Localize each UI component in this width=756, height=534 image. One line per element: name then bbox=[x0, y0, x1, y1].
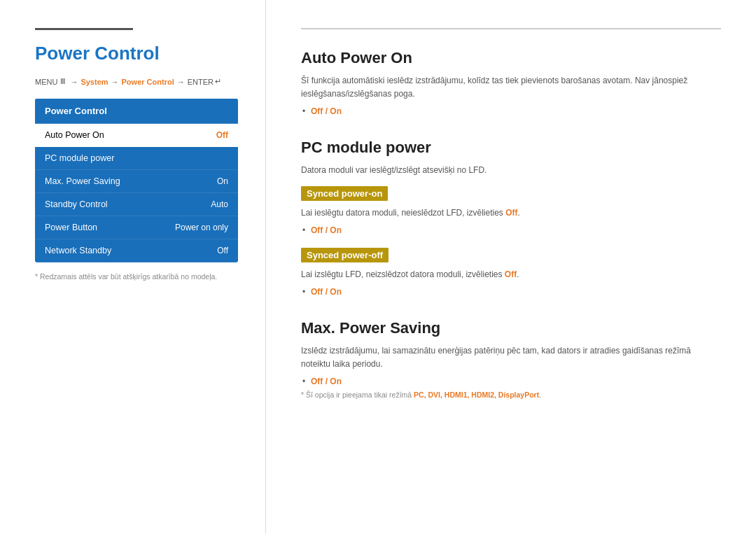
page-title: Power Control bbox=[35, 43, 244, 64]
bullet-off-on-1: Off / On bbox=[301, 106, 721, 116]
highlight-off-on-max: Off / On bbox=[311, 377, 342, 386]
section-max-power-saving: Max. Power Saving Izslēdz izstrādājumu, … bbox=[301, 319, 721, 399]
menu-item-value: Auto bbox=[211, 199, 228, 209]
section-auto-power-on: Auto Power On Šī funkcija automātiski ie… bbox=[301, 49, 721, 116]
section-title-pc-module: PC module power bbox=[301, 139, 721, 157]
right-panel: Auto Power On Šī funkcija automātiski ie… bbox=[266, 0, 756, 534]
highlight-off-2: Off bbox=[505, 269, 517, 279]
highlight-off-on: Off / On bbox=[311, 106, 342, 116]
highlight-off-on-synced-off: Off / On bbox=[311, 287, 342, 297]
synced-off-desc: Lai izslēgtu LFD, neizslēdzot datora mod… bbox=[301, 268, 721, 281]
section-pc-module-power: PC module power Datora moduli var ieslēg… bbox=[301, 139, 721, 297]
highlight-off: Off bbox=[505, 208, 517, 218]
section-desc-auto-power-on: Šī funkcija automātiski ieslēdz izstrādā… bbox=[301, 74, 721, 101]
menu-item-value: Off bbox=[217, 246, 228, 255]
section-title-auto-power-on: Auto Power On bbox=[301, 49, 721, 67]
top-divider-right bbox=[301, 28, 721, 29]
synced-on-label: Synced power-on bbox=[301, 186, 388, 201]
note-highlight: PC, DVI, HDMI1, HDMI2, DisplayPort bbox=[414, 391, 539, 399]
menu-item-value: Power on only bbox=[175, 223, 228, 232]
breadcrumb: MENU Ⅲ → System → Power Control → ENTER … bbox=[35, 77, 244, 86]
note-max-power: * Šī opcija ir pieejama tikai režīmā PC,… bbox=[301, 391, 721, 399]
bullet-synced-off: Off / On bbox=[301, 287, 721, 297]
bullet-synced-on: Off / On bbox=[301, 225, 721, 235]
menu-item-pc-module[interactable]: PC module power bbox=[35, 147, 238, 170]
menu-item-network-standby[interactable]: Network Standby Off bbox=[35, 239, 238, 262]
menu-box: Power Control Auto Power On Off PC modul… bbox=[35, 99, 238, 262]
synced-on-desc: Lai ieslēgtu datora moduli, neieslēdzot … bbox=[301, 206, 721, 220]
bullet-off-on-max-power: Off / On bbox=[301, 377, 721, 386]
menu-item-auto-power-on[interactable]: Auto Power On Off bbox=[35, 124, 238, 147]
synced-power-on-block: Synced power-on Lai ieslēgtu datora modu… bbox=[301, 183, 721, 235]
bc-power-control[interactable]: Power Control bbox=[122, 78, 174, 86]
bc-system[interactable]: System bbox=[80, 78, 108, 86]
highlight-off-on-synced-on: Off / On bbox=[311, 225, 342, 235]
section-desc-pc-module: Datora moduli var ieslēgt/izslēgt atsevi… bbox=[301, 164, 721, 177]
menu-item-label: Standby Control bbox=[45, 199, 108, 209]
menu-header: Power Control bbox=[35, 99, 238, 124]
bc-menu: MENU bbox=[35, 78, 57, 86]
menu-item-power-button[interactable]: Power Button Power on only bbox=[35, 216, 238, 239]
menu-item-value: On bbox=[217, 176, 228, 186]
menu-item-label: Auto Power On bbox=[45, 130, 104, 140]
footnote: * Redzamais attēls var būt atšķirīgs atk… bbox=[35, 272, 244, 281]
top-divider bbox=[35, 28, 133, 30]
section-title-max-power: Max. Power Saving bbox=[301, 319, 721, 337]
menu-item-standby-control[interactable]: Standby Control Auto bbox=[35, 193, 238, 216]
menu-item-label: Max. Power Saving bbox=[45, 176, 120, 186]
menu-item-label: PC module power bbox=[45, 153, 114, 163]
menu-item-label: Power Button bbox=[45, 223, 97, 232]
menu-item-max-power[interactable]: Max. Power Saving On bbox=[35, 170, 238, 193]
menu-item-label: Network Standby bbox=[45, 246, 111, 255]
synced-off-label: Synced power-off bbox=[301, 248, 388, 262]
synced-power-off-block: Synced power-off Lai izslēgtu LFD, neizs… bbox=[301, 245, 721, 297]
left-panel: Power Control MENU Ⅲ → System → Power Co… bbox=[0, 0, 266, 534]
menu-item-value: Off bbox=[216, 130, 228, 140]
section-desc-max-power: Izslēdz izstrādājumu, lai samazinātu ene… bbox=[301, 344, 721, 371]
